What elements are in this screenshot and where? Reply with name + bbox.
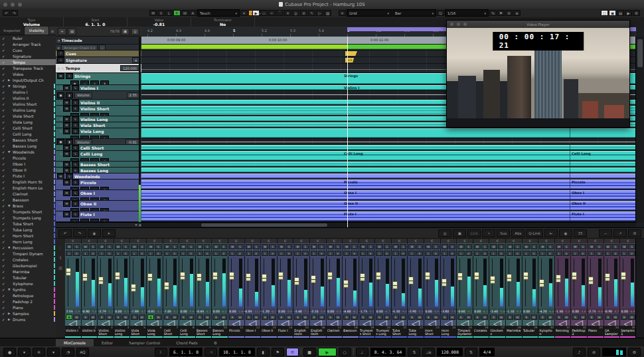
edit-button[interactable]: e bbox=[187, 251, 194, 256]
listen-button[interactable]: L bbox=[180, 251, 187, 256]
mute-button[interactable]: M bbox=[63, 151, 70, 157]
pan-control[interactable]: C bbox=[408, 239, 424, 243]
visibility-item-signature[interactable]: ✓Signature bbox=[0, 53, 56, 59]
mute-button[interactable]: M bbox=[63, 168, 70, 174]
fader-handle[interactable] bbox=[343, 280, 349, 288]
mixer-channel-ga-sampler-34[interactable]: CMSLe-0.90-4.7RW◁34GA Sampler bbox=[604, 239, 620, 338]
volume-value[interactable]: 0.00 bbox=[474, 310, 481, 313]
mute-button[interactable]: M bbox=[278, 244, 285, 249]
visibility-item-tempo[interactable]: ✓Tempo bbox=[0, 59, 56, 65]
clip[interactable] bbox=[141, 168, 636, 172]
solo-button[interactable]: S bbox=[285, 244, 292, 249]
track-lane-basses-short[interactable] bbox=[141, 162, 636, 168]
time-signature-display[interactable]: 4/4 bbox=[479, 348, 495, 356]
solo-button[interactable]: S bbox=[122, 244, 129, 249]
mute-button[interactable]: M bbox=[376, 244, 382, 249]
check-icon[interactable]: ✓ bbox=[2, 186, 8, 190]
info-col-type[interactable]: TypeVolume bbox=[0, 17, 64, 27]
volume-value[interactable]: -3.40 bbox=[294, 310, 302, 313]
mixer-visibility-icon[interactable]: ⋮ bbox=[58, 245, 62, 250]
tool-3-icon[interactable]: ⌒ bbox=[276, 10, 283, 16]
signature-marker-flag[interactable]: 4/4 bbox=[345, 58, 354, 62]
open-external-icon[interactable]: ↗ bbox=[613, 229, 627, 237]
volume-value[interactable]: -2.10 bbox=[310, 310, 318, 313]
pan-control[interactable]: C bbox=[571, 239, 587, 243]
mixer-channel-celli-short-7[interactable]: CMSLe-7.05-5.2RW◁7Celli Short bbox=[163, 239, 179, 338]
expand-icon[interactable]: ▼ bbox=[8, 150, 13, 154]
fader-handle[interactable] bbox=[262, 274, 267, 282]
listen-button[interactable]: L bbox=[376, 251, 382, 256]
mute-button[interactable]: M bbox=[556, 244, 562, 249]
pan-control[interactable]: C bbox=[588, 239, 604, 243]
solo-button[interactable]: S bbox=[72, 168, 79, 174]
check-icon[interactable]: ✓ bbox=[2, 300, 8, 304]
solo-button[interactable]: S bbox=[580, 244, 586, 249]
visibility-item-input-output-ch[interactable]: ✓▶Input/Output Ch bbox=[0, 77, 56, 83]
check-icon[interactable]: ✓ bbox=[2, 228, 8, 232]
signature-icon[interactable]: ♯ bbox=[57, 57, 64, 63]
track-header-oboe-i[interactable]: 13MSOboe I●◁e▮ bbox=[56, 190, 141, 201]
channel-name-plate[interactable]: 15English Horn bbox=[293, 326, 309, 338]
visibility-item-crotales[interactable]: ✓Crotales bbox=[0, 257, 56, 263]
abs-button[interactable]: Abs bbox=[511, 229, 524, 237]
visibility-item-timpani-dynam[interactable]: ✓Timpani Dynam bbox=[0, 251, 56, 257]
check-icon[interactable]: ✓ bbox=[2, 84, 8, 88]
edit-button[interactable]: e bbox=[580, 251, 586, 256]
solo-button[interactable]: S bbox=[400, 244, 406, 249]
visibility-item-basses-short[interactable]: ✓Basses Short bbox=[0, 137, 56, 143]
volume-value[interactable]: -2.40 bbox=[490, 310, 498, 313]
snap-icon[interactable]: ✕ bbox=[339, 10, 346, 16]
fader-handle[interactable] bbox=[457, 273, 463, 281]
listen-button[interactable]: L bbox=[327, 251, 334, 256]
listen-button[interactable]: L bbox=[556, 251, 562, 256]
edit-button[interactable]: e bbox=[432, 251, 439, 256]
mixer-channel-tuba-short-21[interactable]: CMSLe-5.30-9.0RW◁21Tuba Short bbox=[392, 239, 408, 338]
setup-gear-icon[interactable]: ⚙ bbox=[633, 10, 640, 16]
mute-button[interactable]: M bbox=[63, 190, 70, 196]
channel-name-plate[interactable]: 13Oboe II bbox=[261, 326, 277, 338]
listen-button[interactable]: L bbox=[507, 251, 513, 256]
visibility-item-english-horn-lo[interactable]: ✓English Horn Lo bbox=[0, 185, 56, 191]
solo-button[interactable]: S bbox=[72, 106, 79, 112]
track-search-icon[interactable]: ◎ bbox=[131, 28, 139, 35]
volume-value[interactable]: 0.00 bbox=[523, 310, 530, 313]
automation-w-button[interactable]: W bbox=[181, 10, 189, 16]
visibility-item-strings[interactable]: ✓▼Strings bbox=[0, 83, 56, 89]
visibility-item-violins-short[interactable]: ✓Violins Short bbox=[0, 101, 56, 107]
check-icon[interactable]: ✓ bbox=[2, 252, 8, 256]
info-col-terminator[interactable]: TerminatorNo bbox=[191, 17, 255, 27]
mixer-channel-violins-i-1[interactable]: CMSLe2.55-1.9RW◁1Violins I bbox=[65, 239, 81, 338]
mixer-find-icon[interactable]: ◎ bbox=[438, 229, 451, 237]
tempo-track-icon[interactable]: ♩≡ bbox=[422, 348, 435, 356]
expand-icon[interactable]: ▼ bbox=[8, 204, 13, 207]
listen-button[interactable]: L bbox=[539, 251, 546, 256]
mixer-channel-viola-long-6[interactable]: CMSLe-0.81-4.1RW◁6Viola Long bbox=[147, 239, 163, 338]
edit-button[interactable]: e bbox=[612, 251, 619, 256]
sus-button[interactable]: Sus bbox=[497, 229, 510, 237]
channel-name-plate[interactable]: 14Flute I bbox=[278, 326, 293, 338]
mixer-channel-retrolog-31[interactable]: CMSLe-1.50-5.0RW◁31Retrolog bbox=[555, 239, 571, 338]
click-off-icon[interactable]: ⊘ bbox=[588, 348, 600, 356]
channel-name-plate[interactable]: 30Xylophon bbox=[538, 326, 554, 338]
edit-button[interactable]: e bbox=[481, 251, 488, 256]
tab-visibility[interactable]: Visibility bbox=[25, 27, 49, 35]
read-icon[interactable]: ● bbox=[57, 92, 64, 98]
visibility-item-tuba-long[interactable]: ✓Tuba Long bbox=[0, 227, 56, 233]
clip[interactable] bbox=[141, 162, 636, 166]
mixer-undo-icon[interactable]: ↶ bbox=[58, 229, 72, 237]
cue-icon[interactable]: T bbox=[57, 51, 64, 57]
track-lane-oboe-ii[interactable]: Oboe IIOboe II bbox=[141, 201, 636, 211]
mixer-channel-violins-ii-2[interactable]: CMSLe-0.80-5.4RW◁2Violins II bbox=[82, 239, 98, 338]
channel-name-plate[interactable]: 7Celli Short bbox=[163, 326, 179, 338]
solo-button[interactable]: S bbox=[481, 244, 488, 249]
track-header-violins-long[interactable]: 4MSViolins Long bbox=[56, 116, 141, 122]
visibility-item-horn-long[interactable]: ✓Horn Long bbox=[0, 239, 56, 245]
fader-area[interactable] bbox=[392, 257, 408, 308]
volume-value[interactable]: 0.00 bbox=[181, 310, 187, 313]
mute-button[interactable]: M bbox=[523, 244, 530, 249]
visibility-item-viola-long[interactable]: ✓Viola Long bbox=[0, 119, 56, 125]
volume-value[interactable]: -0.45 bbox=[196, 310, 204, 313]
solo-button[interactable]: S bbox=[155, 244, 161, 249]
automation-r-button[interactable]: R bbox=[173, 10, 181, 16]
fader-handle[interactable] bbox=[212, 272, 218, 280]
